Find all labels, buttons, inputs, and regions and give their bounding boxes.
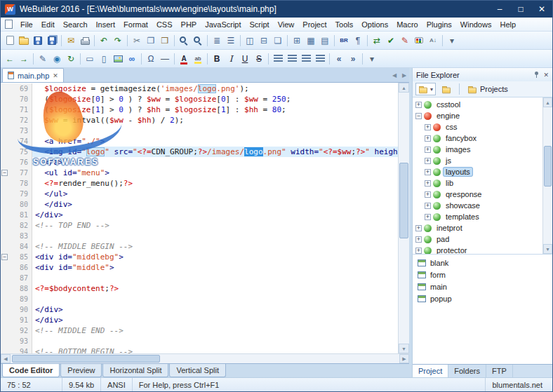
menu-options[interactable]: Options [357,18,392,31]
fold-marker-icon[interactable]: − [1,254,8,260]
indent-decrease-icon[interactable]: « [332,52,346,66]
file-item-form[interactable]: form [413,269,552,281]
align-left-icon[interactable] [271,52,285,66]
menu-tools[interactable]: Tools [331,18,358,31]
expand-icon[interactable]: + [415,236,422,243]
swap-tags-icon[interactable]: ⇄ [370,34,384,48]
code-line-88[interactable]: 88<?=$bodycontent;?> [1,283,398,294]
code-text[interactable]: <ul id="menu"> [32,168,398,178]
tree-item-csstool[interactable]: +csstool [413,99,542,110]
expand-icon[interactable]: + [425,135,431,142]
line-break-icon[interactable]: BR [337,34,351,48]
code-line-83[interactable]: 83 [1,231,398,241]
save-all-icon[interactable] [45,34,59,48]
open-file-icon[interactable] [17,34,31,48]
editor-vertical-scrollbar[interactable]: ▲ ▼ [398,83,409,353]
collapse-icon[interactable]: − [415,113,422,119]
tree-item-layouts[interactable]: +layouts [413,166,542,177]
code-line-78[interactable]: 78 <?=render_menu();?> [1,178,398,189]
menu-file[interactable]: File [16,18,37,31]
menu-search[interactable]: Search [59,18,92,31]
expand-icon[interactable]: + [415,248,422,254]
mode-tab-code-editor[interactable]: Code Editor [2,364,60,377]
code-text[interactable]: </div> [32,304,398,315]
align-center-icon[interactable] [285,52,299,66]
code-text[interactable] [32,294,398,304]
code-line-82[interactable]: 82<!-- TOP END --> [1,220,398,231]
projects-button[interactable]: Projects [464,83,512,95]
expand-icon[interactable]: + [415,102,422,108]
code-line-92[interactable]: 92<!-- MIDDLE END --> [1,325,398,336]
tree-item-js[interactable]: +js [413,155,542,166]
tree-scroll-up-icon[interactable]: ▲ [543,97,552,107]
mode-tab-vertical-split[interactable]: Vertical Split [169,364,226,377]
code-text[interactable]: ($logosize[0] > 0 ) ? $ww = $logosize[0]… [32,94,398,104]
mode-tab-preview[interactable]: Preview [60,364,102,377]
menu-edit[interactable]: Edit [37,18,59,31]
strikethrough-icon[interactable]: S [252,52,266,66]
paragraph-marks-icon[interactable]: ¶ [351,34,365,48]
editor-horizontal-scrollbar[interactable]: ◀ ▶ [1,353,409,363]
code-text[interactable]: $ww = intval(($ww - $hh) / 2); [32,115,398,126]
code-line-90[interactable]: 90</div> [1,304,398,315]
code-text[interactable]: <!-- MIDDLE BEGIN --> [32,241,398,252]
window-cascade-icon[interactable]: ❏ [271,34,285,48]
menu-plugins[interactable]: Plugins [422,18,456,31]
save-icon[interactable] [31,34,45,48]
email-icon[interactable]: ✉ [64,34,78,48]
underline-icon[interactable]: U [238,52,252,66]
code-text[interactable]: <a href="./"> [32,136,398,147]
code-text[interactable]: </a> [32,157,398,168]
copy-icon[interactable]: ❐ [144,34,158,48]
highlight-color-icon[interactable]: ab [191,52,205,66]
sort-az-icon[interactable]: A↓ [426,34,440,48]
code-text[interactable] [32,126,398,136]
code-editor[interactable]: 69 $logosize = getimagesize('images/logo… [1,83,398,353]
menu-macro[interactable]: Macro [392,18,422,31]
code-text[interactable]: <img id="logo" src="<?=CDN_GROUP;?>/imag… [32,147,398,157]
panel-close-icon[interactable]: ✕ [543,72,549,79]
code-line-93[interactable]: 93 [1,336,398,346]
close-button[interactable]: ✕ [531,1,552,18]
tree-scroll-down-icon[interactable]: ▼ [543,244,552,254]
expand-icon[interactable]: + [425,214,431,220]
font-color-icon[interactable]: A [177,52,191,66]
code-line-91[interactable]: 91</div> [1,315,398,325]
scrollbar-thumb[interactable] [399,163,408,238]
code-text[interactable]: </div> [32,199,398,210]
expand-icon[interactable]: + [425,169,431,175]
tree-item-images[interactable]: +images [413,144,542,155]
code-text[interactable]: $logosize = getimagesize('images/logo.pn… [32,83,398,94]
menu-script[interactable]: Script [246,18,274,31]
bold-icon[interactable]: B [210,52,224,66]
scroll-right-icon[interactable]: ▶ [399,354,409,363]
menu-javascript[interactable]: JavaScript [201,18,245,31]
menu-css[interactable]: CSS [152,18,177,31]
bullet-list-icon[interactable]: ☰ [224,34,238,48]
minimize-button[interactable]: – [489,1,510,18]
expand-icon[interactable]: + [425,191,431,198]
align-justify-icon[interactable] [313,52,327,66]
tree-item-css[interactable]: +css [413,121,542,133]
split-horizontal-icon[interactable]: ◫ [243,34,257,48]
menu-windows[interactable]: Windows [456,18,496,31]
file-item-blank[interactable]: blank [413,257,552,269]
explorer-root-dropdown[interactable]: ▾ [415,83,436,95]
print-icon[interactable] [78,34,92,48]
tree-scrollbar[interactable]: ▲ ▼ [542,97,552,254]
code-text[interactable]: <!-- TOP END --> [32,220,398,231]
special-character-icon[interactable]: Ω [144,52,158,66]
menu-help[interactable]: Help [495,18,520,31]
undo-icon[interactable]: ↶ [97,34,111,48]
code-text[interactable]: <div id="middle"> [32,262,398,273]
expand-icon[interactable]: + [425,124,431,130]
code-text[interactable] [32,231,398,241]
panel-tab-project[interactable]: Project [413,365,448,377]
tab-close-icon[interactable]: ✕ [53,72,58,79]
fold-marker-icon[interactable]: − [1,170,8,176]
scrollbar-track[interactable] [399,93,409,344]
tree-item-protector[interactable]: +protector [413,245,542,254]
code-line-77[interactable]: −77 <ul id="menu"> [1,168,398,178]
find-replace-icon[interactable] [191,34,205,48]
hscrollbar-track[interactable] [11,354,399,363]
